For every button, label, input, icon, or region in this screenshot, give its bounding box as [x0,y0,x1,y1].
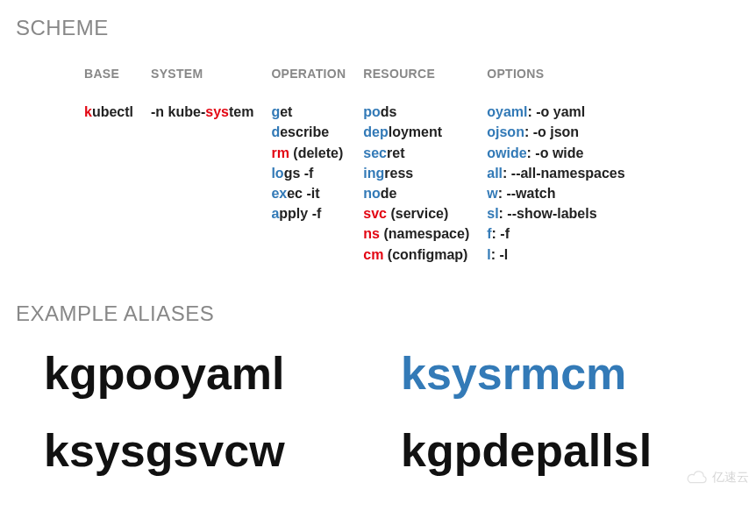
col-operation: OPERATION getdescriberm (delete)logs -fe… [271,65,346,265]
rest: : -o json [524,124,579,139]
entry: deployment [363,122,469,142]
rest: de [381,186,397,201]
entry: svc (service) [363,203,469,223]
hl: dep [363,124,388,139]
col-base: BASE kubectl [84,65,133,265]
scheme-heading: SCHEME [16,16,740,40]
col-system: SYSTEM -n kube-system [151,65,253,265]
suffix: tem [229,104,253,119]
entry: describe [271,122,346,142]
hl: ing [363,166,384,181]
hl: d [271,124,280,139]
rest: : --all-namespaces [503,166,625,181]
rest: (delete) [289,145,343,160]
hl: w [487,186,497,201]
entry-system: -n kube-system [151,102,253,122]
entry: w: --watch [487,183,624,203]
rest: (configmap) [383,247,467,262]
entry: owide: -o wide [487,143,624,163]
hl: ojson [487,124,524,139]
hl: sl [487,206,498,221]
entry: get [271,102,346,122]
hl: ex [271,186,287,201]
examples-heading: EXAMPLE ALIASES [16,301,740,326]
hl: g [271,104,280,119]
hl: cm [363,247,383,262]
hl: ns [363,226,380,241]
rest: ds [381,104,397,119]
rest: : -l [491,247,509,262]
col-head-operation: OPERATION [271,65,346,82]
rest: escribe [280,124,329,139]
rest: gs -f [284,166,314,181]
prefix: -n kube- [151,104,205,119]
entry: pods [363,102,469,122]
entry: cm (configmap) [363,245,469,265]
entry: sl: --show-labels [487,203,624,223]
entry: oyaml: -o yaml [487,102,624,122]
entry: rm (delete) [271,143,346,163]
entry: l: -l [487,245,624,265]
entry: ingress [363,163,469,183]
cloud-icon [686,471,709,485]
col-resource: RESOURCE podsdeploymentsecretingressnode… [363,65,469,265]
entry: exec -it [271,183,346,203]
entry: ojson: -o json [487,122,624,142]
hl: svc [363,206,387,221]
rest: (namespace) [380,226,469,241]
hl: all [487,166,503,181]
rest: (service) [387,206,448,221]
hl: lo [271,166,283,181]
hl: rm [271,145,289,160]
hl: owide [487,145,526,160]
entry: ns (namespace) [363,223,469,244]
hl: po [363,104,381,119]
alias: kgpooyaml [44,347,383,400]
entry: all: --all-namespaces [487,163,624,183]
watermark: 亿速云 [686,470,749,486]
alias-grid: kgpooyamlksysrmcmksysgsvcwkgpdepallsl [44,347,740,477]
col-head-base: BASE [84,65,133,82]
rest: et [280,104,292,119]
hl: sec [363,145,387,160]
hl: sys [205,104,229,119]
rest: : -o wide [527,145,584,160]
rest: : --watch [498,186,556,201]
rest: ubectl [92,104,133,119]
entry: secret [363,143,469,163]
hl: no [363,186,381,201]
entry: node [363,183,469,203]
col-head-system: SYSTEM [151,65,253,82]
hl: oyaml [487,104,527,119]
entry: logs -f [271,163,346,183]
rest: : --show-labels [499,206,597,221]
rest: : -f [492,226,510,241]
col-options: OPTIONS oyaml: -o yamlojson: -o jsonowid… [487,65,624,265]
rest: ret [387,145,404,160]
alias: ksysrmcm [401,347,740,400]
entry: apply -f [271,203,346,223]
watermark-text: 亿速云 [712,470,749,486]
rest: : -o yaml [527,104,585,119]
alias: ksysgsvcw [44,424,383,477]
rest: ress [384,166,413,181]
col-head-resource: RESOURCE [363,65,469,82]
hl: a [271,206,279,221]
rest: pply -f [279,206,321,221]
rest: loyment [389,124,442,139]
hl: k [84,104,92,119]
scheme-table: BASE kubectl SYSTEM -n kube-system OPERA… [84,65,740,265]
entry-base-kubectl: kubectl [84,102,133,122]
alias: kgpdepallsl [401,424,740,477]
col-head-options: OPTIONS [487,65,624,82]
entry: f: -f [487,223,624,244]
rest: ec -it [287,186,319,201]
